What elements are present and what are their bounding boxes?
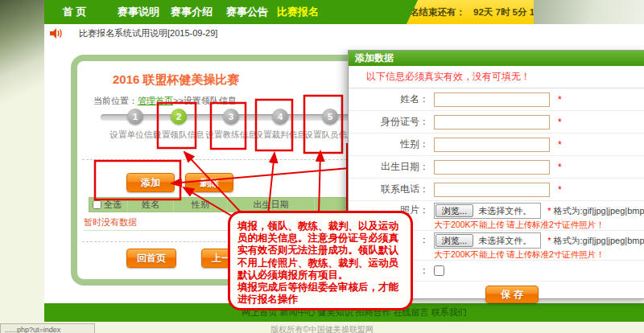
select-all-checkbox[interactable] bbox=[93, 200, 101, 209]
speaker-icon bbox=[50, 28, 63, 39]
table-header-name: 姓名 bbox=[128, 198, 174, 212]
browse-button-1[interactable]: 浏览... bbox=[436, 204, 473, 217]
step-circle-3: 3 bbox=[223, 109, 239, 125]
annotation-line: 进行报名操作 bbox=[237, 294, 406, 306]
table-header-birthdate: 出生日期 bbox=[228, 198, 315, 212]
phone-label: 联系电话： bbox=[349, 183, 429, 196]
gender-label: 性别： bbox=[349, 138, 429, 151]
form-row-idnumber: 身份证号： * bbox=[349, 111, 644, 134]
save-button[interactable]: 保 存 bbox=[485, 286, 539, 303]
file-input-1: 浏览... 未选择文件。 bbox=[434, 203, 541, 219]
screen: 首 页 赛事说明 赛事介绍 赛事公告 比赛报名 距报名结束还有： 92天 7时 … bbox=[0, 0, 644, 333]
modal-notice: 以下信息必须真实有效，没有可填无！ bbox=[349, 66, 644, 88]
breadcrumb-link-admin-home[interactable]: 管理首页 bbox=[138, 96, 173, 105]
required-mark: * bbox=[558, 94, 562, 105]
step-circle-2-active: 2 bbox=[171, 109, 187, 125]
form-row-phone: 联系电话： * bbox=[349, 179, 644, 201]
required-mark: * bbox=[558, 139, 562, 150]
countdown-banner: 距报名结束还有： 92天 7时 5分 16秒 bbox=[407, 0, 534, 24]
modal-checkbox[interactable] bbox=[434, 265, 444, 276]
required-mark: * bbox=[558, 117, 562, 128]
step-circle-5: 5 bbox=[322, 109, 338, 125]
breadcrumb: 当前位置：管理首页>>设置领队信息 bbox=[93, 95, 237, 107]
idnumber-label: 身份证号： bbox=[349, 115, 429, 129]
page-title: 2016 联盟杯健美操比赛 bbox=[113, 72, 240, 88]
annotation-note: 填报，领队、教练、裁判、以及运动 员的相关信息。注意身份证号必须真 实有效否则无… bbox=[228, 211, 413, 310]
nav-item-event-description[interactable]: 赛事说明 bbox=[118, 0, 159, 24]
step-circle-1: 1 bbox=[127, 109, 143, 125]
step-circle-4: 4 bbox=[272, 109, 288, 125]
name-label: 姓名： bbox=[349, 92, 429, 106]
annotation-line: 默认必须填报所有项目。 bbox=[237, 269, 406, 282]
decor-corner-left bbox=[0, 0, 44, 121]
back-home-button[interactable]: 回首页 bbox=[126, 249, 176, 268]
size-note-2: 大于200K不能上传 请上传标准2寸证件照片！ bbox=[434, 249, 644, 261]
birthdate-label: 出生日期： bbox=[349, 160, 429, 174]
form-row-gender: 性别： * bbox=[349, 134, 644, 156]
announcement-link[interactable]: 比赛报名系统试用说明[2015-09-29] bbox=[79, 27, 217, 39]
browse-button-2[interactable]: 浏览... bbox=[436, 234, 473, 247]
birthdate-input[interactable] bbox=[434, 160, 550, 175]
step-label-judge: 设置裁判信息 bbox=[252, 130, 308, 141]
breadcrumb-prefix: 当前位置： bbox=[93, 96, 138, 105]
format-note-2: 格式为:gif|jpg|jpeg|bmp bbox=[553, 235, 644, 247]
form-row-name: 姓名： * bbox=[349, 88, 644, 111]
form-row-birthdate: 出生日期： * bbox=[349, 156, 644, 179]
breadcrumb-current: >>设置领队信息 bbox=[173, 96, 237, 105]
nav-item-home[interactable]: 首 页 bbox=[63, 0, 87, 24]
format-required-mark: * bbox=[547, 206, 551, 216]
browser-status-url: ......php?ut=index bbox=[0, 323, 95, 333]
table-header-gender: 性别 bbox=[174, 198, 228, 212]
file-input-2: 浏览... 未选择文件。 bbox=[434, 232, 541, 249]
select-all-label: 全选 bbox=[104, 198, 122, 212]
phone-input[interactable] bbox=[434, 183, 550, 197]
required-mark: * bbox=[558, 184, 562, 195]
format-required-mark: * bbox=[547, 236, 551, 245]
annotation-line: 员的相关信息。注意身份证号必须真 bbox=[237, 232, 406, 245]
idnumber-input[interactable] bbox=[434, 115, 550, 130]
annotation-line: 填报完成后等待组委会审核后，才能 bbox=[237, 282, 406, 294]
size-note-1: 大于200K不能上传 请上传标准2寸证件照片！ bbox=[434, 220, 644, 231]
modal-title: 添加数据 bbox=[349, 51, 644, 66]
required-mark: * bbox=[558, 162, 562, 173]
no-file-text-1: 未选择文件。 bbox=[474, 205, 540, 217]
annotation-line: 填报，领队、教练、裁判、以及运动 bbox=[237, 220, 406, 232]
step-label-leader: 设置领队信息 bbox=[151, 130, 207, 141]
copyright-text: 版权所有©中国健美操联盟网 bbox=[209, 324, 435, 333]
step-label-coach: 设置教练信息 bbox=[203, 130, 259, 141]
bottom-strip: 版权所有©中国健美操联盟网 bbox=[0, 322, 644, 333]
table-header-select: 全选 bbox=[89, 198, 128, 212]
format-note-1: 格式为:gif|jpg|jpeg|bmp bbox=[553, 205, 644, 217]
add-button[interactable]: 添加 bbox=[126, 173, 175, 192]
annotation-line: 不用上传照片、教练、裁判、运动员 bbox=[237, 257, 406, 269]
decor-corner-right bbox=[533, 0, 644, 24]
no-file-text-2: 未选择文件。 bbox=[474, 235, 540, 247]
name-input[interactable] bbox=[434, 92, 550, 107]
nav-item-registration[interactable]: 比赛报名 bbox=[277, 0, 319, 24]
delete-button[interactable]: 删除 bbox=[185, 173, 233, 192]
nav-item-event-notice[interactable]: 赛事公告 bbox=[226, 0, 268, 24]
annotation-line: 实有效否则无法注册成功。领队默认 bbox=[237, 245, 406, 257]
gender-input[interactable] bbox=[434, 138, 550, 152]
announcement-bar: 比赛报名系统试用说明[2015-09-29] bbox=[50, 27, 217, 39]
nav-item-event-intro[interactable]: 赛事介绍 bbox=[171, 0, 213, 24]
